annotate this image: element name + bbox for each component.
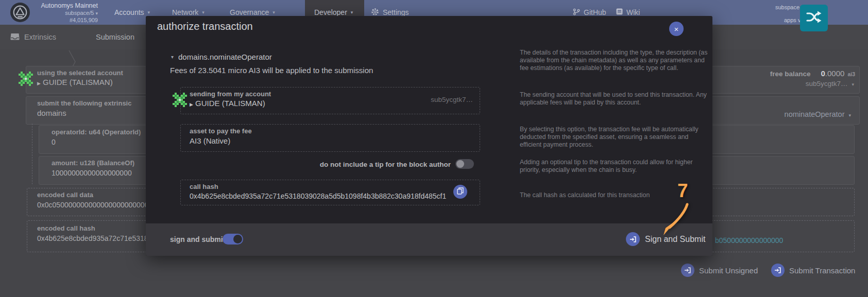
- copy-button[interactable]: [453, 185, 467, 199]
- chevron-down-icon: ▾: [171, 55, 174, 60]
- tip-toggle[interactable]: [455, 159, 474, 169]
- param-operatorid-value[interactable]: 0: [52, 138, 56, 146]
- fee-asset-value[interactable]: AI3 (Native): [190, 136, 230, 145]
- account-address-dropdown[interactable]: sub5ycgtk7… ▾: [721, 80, 854, 88]
- balance-frac: .0000: [825, 69, 845, 78]
- selected-account-label: using the selected account: [37, 69, 123, 77]
- balance-unit: ai3: [847, 71, 855, 77]
- call-hash-label: call hash: [190, 183, 218, 190]
- authorize-transaction-modal: authorize transaction × ▾ domains.nomina…: [146, 16, 712, 256]
- app: Autonomys Mainnet subspace/5 ▾ #4,015,90…: [0, 0, 868, 297]
- selected-account-value[interactable]: ▶ GUIDE (TALISMAN): [37, 78, 113, 86]
- account-identicon: [173, 93, 187, 109]
- chevron-down-icon: ▾: [95, 11, 98, 16]
- best-block-number: #4,015,909: [29, 16, 98, 24]
- submit-unsigned-button[interactable]: Submit Unsigned: [681, 264, 758, 277]
- fee-asset-label: asset to pay the fee: [190, 127, 252, 135]
- free-balance-label: free balance: [770, 70, 811, 78]
- shuffle-icon: [806, 10, 822, 26]
- sign-in-icon: [771, 264, 785, 277]
- sign-submit-toggle[interactable]: [223, 234, 243, 244]
- autonomys-logo-icon[interactable]: [10, 3, 30, 24]
- sending-address-short: sub5ycgtk7…: [372, 96, 473, 103]
- close-icon: ×: [674, 25, 679, 33]
- balance-int: 0: [821, 69, 825, 78]
- tab-extrinsics[interactable]: Extrinsics: [10, 25, 56, 49]
- param-tree-guide: [32, 124, 32, 184]
- extrinsic-label: submit the following extrinsic: [37, 99, 131, 107]
- github-branch-icon: [573, 8, 580, 17]
- sending-account-description: The sending account that will be used to…: [520, 91, 709, 107]
- close-button[interactable]: ×: [669, 22, 684, 36]
- sending-account-label: sending from my account: [190, 90, 271, 98]
- sign-submit-toggle-label: sign and submit: [170, 235, 225, 243]
- nav-item-accounts[interactable]: Accounts ▾: [114, 0, 150, 25]
- fees-note: Fees of 23.5041 micro AI3 will be applie…: [170, 66, 373, 75]
- chevron-down-icon: ▾: [852, 82, 854, 87]
- annotation-arrow: [654, 201, 697, 239]
- tip-toggle-label: do not include a tip for the block autho…: [280, 161, 451, 168]
- sign-in-icon: [681, 264, 694, 277]
- chevron-down-icon: ▾: [202, 10, 205, 15]
- method-expander[interactable]: ▾ domains.nominateOperator: [171, 53, 272, 61]
- call-hash-value: 0x4b625e8cbded935a72c71e5318039028a5d5b1…: [190, 192, 446, 200]
- method-select[interactable]: nominateOperator ▾: [711, 110, 851, 118]
- encoded-data-tail-fragment: b0500000000000000: [715, 236, 783, 244]
- modal-title: authorize transaction: [157, 21, 253, 32]
- chain-spec[interactable]: subspace/5 ▾: [29, 9, 98, 16]
- param-amount-label: amount: u128 (BalanceOf): [52, 159, 134, 167]
- annotation-step-number: 7: [677, 180, 688, 202]
- sending-account-value[interactable]: ▶ GUIDE (TALISMAN): [190, 99, 265, 108]
- param-operatorid-label: operatorId: u64 (OperatorId): [52, 128, 141, 136]
- chevron-down-icon: ▾: [848, 113, 851, 118]
- section-select[interactable]: domains: [37, 109, 66, 117]
- fee-asset-description: By selecting this option, the transactio…: [520, 126, 709, 148]
- encoded-call-hash-label: encoded call hash: [37, 224, 95, 232]
- tip-description: Adding an optional tip to the transactio…: [520, 159, 709, 174]
- inbox-icon: [10, 33, 20, 42]
- expand-right-icon: ▶: [37, 81, 41, 86]
- chevron-down-icon: ▾: [351, 10, 353, 15]
- chain-name: Autonomys Mainnet: [29, 2, 98, 9]
- chevron-down-icon: ▾: [273, 10, 275, 15]
- transaction-details-description: The details of the transaction including…: [520, 49, 709, 72]
- param-amount-value[interactable]: 10000000000000000000: [52, 169, 132, 177]
- shuffle-extension-button[interactable]: [800, 5, 828, 31]
- account-identicon: [19, 72, 33, 88]
- chain-info[interactable]: Autonomys Mainnet subspace/5 ▾ #4,015,90…: [29, 2, 98, 24]
- copy-icon: [457, 187, 464, 197]
- wiki-book-icon: [616, 8, 623, 16]
- tab-submission[interactable]: Submission: [96, 25, 134, 49]
- sign-in-icon: [626, 232, 640, 246]
- submit-transaction-button[interactable]: Submit Transaction: [771, 264, 855, 277]
- chevron-down-icon: ▾: [148, 10, 150, 15]
- free-balance: free balance 0 .0000 ai3: [711, 69, 855, 78]
- encoded-call-data-label: encoded call data: [37, 191, 93, 199]
- apps-version-label: apps v: [784, 17, 801, 23]
- expand-right-icon: ▶: [190, 102, 193, 107]
